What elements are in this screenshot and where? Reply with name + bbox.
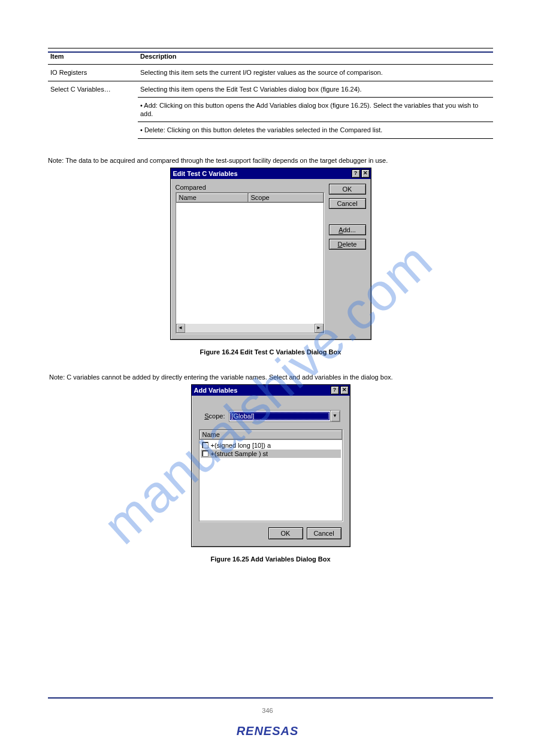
table-cell-item: IO Registers [48, 65, 138, 80]
figure-caption: Figure 16.25 Add Variables Dialog Box [48, 555, 493, 563]
help-icon[interactable]: ? [331, 386, 339, 394]
dialog1-figure: Edit Test C Variables ? ✕ Compared Name … [48, 168, 493, 340]
add-variables-dialog: Add Variables ? ✕ Scope: [Global] ▼ Name [191, 384, 350, 547]
table-cell-item: Select C Variables… [48, 81, 138, 97]
scope-combobox[interactable]: [Global] ▼ [229, 410, 340, 422]
table-row: IO Registers Selecting this item sets th… [48, 65, 493, 81]
dialog2-titlebar[interactable]: Add Variables ? ✕ [192, 385, 350, 396]
variables-list-body[interactable]: +(signed long [10]) a +(struct Sample ) … [200, 440, 342, 521]
variables-list[interactable]: Name +(signed long [10]) a +(struct Samp… [199, 429, 343, 521]
note-text: Note: The data to be acquired and compar… [48, 157, 493, 164]
table-cell-desc: Selecting this item sets the current I/O… [138, 65, 493, 80]
checkbox[interactable] [202, 442, 208, 448]
table-header-item: Item [48, 48, 138, 64]
compared-list-header: Name Scope [176, 193, 324, 203]
dialog1-titlebar[interactable]: Edit Test C Variables ? ✕ [171, 168, 371, 179]
scroll-left-icon[interactable]: ◄ [176, 324, 185, 333]
dialog2-button-row: OK Cancel [198, 527, 341, 539]
close-icon[interactable]: ✕ [340, 386, 349, 394]
table-header-row: Item Description [48, 48, 493, 65]
scroll-track[interactable] [185, 324, 315, 333]
checkbox[interactable] [202, 450, 208, 457]
close-icon[interactable]: ✕ [361, 169, 370, 178]
table-cell-desc: Selecting this item opens the Edit Test … [138, 81, 493, 97]
ok-button[interactable]: OK [268, 527, 303, 539]
col-scope[interactable]: Scope [248, 193, 324, 202]
table-header-desc: Description [138, 48, 493, 64]
page-number: 346 [0, 707, 535, 714]
list-item[interactable]: +(signed long [10]) a [201, 441, 341, 450]
description-table: Item Description IO Registers Selecting … [48, 48, 493, 139]
compared-label: Compared [176, 184, 324, 191]
brand-logo: RENESAS [0, 724, 535, 738]
help-icon[interactable]: ? [352, 169, 360, 178]
scope-value: [Global] [230, 412, 330, 420]
variables-list-header: Name [200, 430, 342, 440]
cancel-button[interactable]: Cancel [329, 198, 366, 209]
ok-button[interactable]: OK [329, 184, 366, 195]
scope-label: Scope: [201, 412, 229, 420]
chevron-down-icon[interactable]: ▼ [330, 411, 340, 421]
dialog2-figure: Add Variables ? ✕ Scope: [Global] ▼ Name [48, 384, 493, 547]
horizontal-scrollbar[interactable]: ◄ ► [176, 324, 324, 333]
dialog1-title: Edit Test C Variables [173, 170, 350, 177]
compared-list-body[interactable] [176, 203, 324, 324]
item-label: +(struct Sample ) st [211, 450, 268, 457]
note-text: Note: C variables cannot be added by dir… [49, 374, 493, 381]
bottom-rule [48, 697, 493, 699]
add-button[interactable]: Add... [329, 224, 366, 235]
table-sub-row: • Delete: Clicking on this button delete… [138, 122, 493, 138]
button-spacer [329, 212, 366, 221]
col-name[interactable]: Name [176, 193, 248, 202]
edit-test-c-variables-dialog: Edit Test C Variables ? ✕ Compared Name … [170, 168, 371, 340]
table-sub-row: • Add: Clicking on this button opens the… [138, 97, 493, 122]
figure-caption: Figure 16.24 Edit Test C Variables Dialo… [48, 348, 493, 356]
cancel-button[interactable]: Cancel [307, 527, 341, 539]
compared-list[interactable]: Name Scope ◄ ► [176, 192, 324, 333]
delete-button[interactable]: Delete [329, 239, 366, 250]
document-page: manualshive.com Item Description IO Regi… [0, 0, 535, 756]
item-label: +(signed long [10]) a [211, 442, 271, 449]
dialog2-title: Add Variables [194, 387, 330, 394]
table-row: Select C Variables… Selecting this item … [48, 81, 493, 97]
scope-row: Scope: [Global] ▼ [201, 410, 340, 422]
list-item[interactable]: +(struct Sample ) st [201, 450, 341, 458]
top-rule [48, 51, 493, 53]
scroll-right-icon[interactable]: ► [315, 324, 324, 333]
table-sub-rows: • Add: Clicking on this button opens the… [48, 97, 493, 139]
col-name[interactable]: Name [200, 430, 342, 439]
